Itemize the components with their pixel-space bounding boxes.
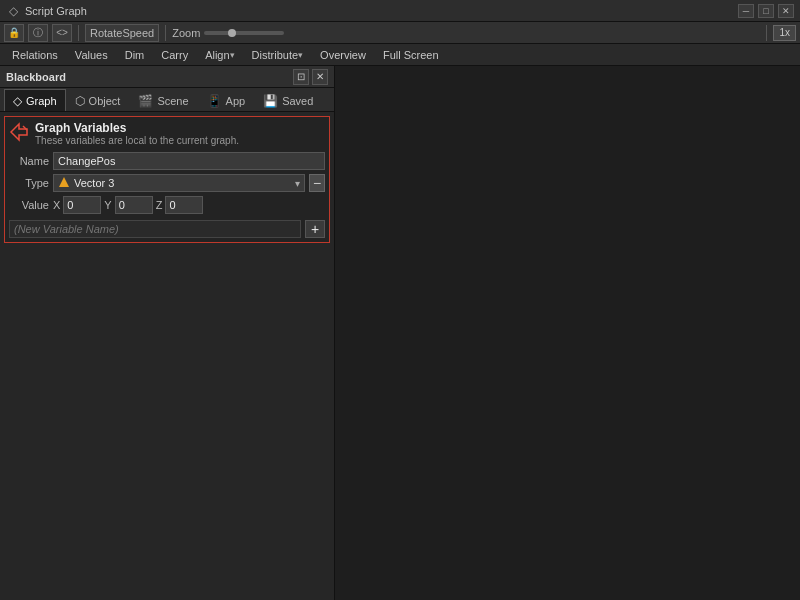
variables-icon: [9, 122, 29, 146]
object-tab-label: Object: [89, 95, 121, 107]
tab-object[interactable]: ⬡ Object: [66, 89, 130, 111]
blackboard-controls: ⊡ ✕: [293, 69, 328, 85]
x-label: X: [53, 199, 60, 211]
window-controls: ─ □ ✕: [738, 4, 794, 18]
blackboard-dock-button[interactable]: ⊡: [293, 69, 309, 85]
blackboard-close-button[interactable]: ✕: [312, 69, 328, 85]
nav-item-overview[interactable]: Overview: [312, 44, 374, 66]
vars-title: Graph Variables: [35, 121, 239, 135]
z-label: Z: [156, 199, 163, 211]
toolbar-separator-2: [165, 25, 166, 41]
name-label: Name: [9, 155, 49, 167]
app-tab-icon: 📱: [207, 94, 222, 108]
maximize-button[interactable]: □: [758, 4, 774, 18]
xyz-group: X Y Z: [53, 196, 325, 214]
nav-bar: Relations Values Dim Carry Align Distrib…: [0, 44, 800, 66]
toolbar: 🔒 ⓘ <> RotateSpeed Zoom 1x: [0, 22, 800, 44]
zoom-slider-container: [204, 31, 760, 35]
main-layout: Blackboard ⊡ ✕ ◇ Graph ⬡ Object 🎬 Scene …: [0, 66, 800, 600]
toolbar-separator-1: [78, 25, 79, 41]
graph-tab-label: Graph: [26, 95, 57, 107]
new-variable-row: +: [9, 220, 325, 238]
nav-item-relations[interactable]: Relations: [4, 44, 66, 66]
toolbar-separator-3: [766, 25, 767, 41]
type-value: Vector 3: [74, 177, 114, 189]
nav-item-fullscreen[interactable]: Full Screen: [375, 44, 447, 66]
scene-tab-label: Scene: [157, 95, 188, 107]
vector3-icon: [58, 176, 70, 188]
nav-item-align[interactable]: Align: [197, 44, 242, 66]
variables-header: Graph Variables These variables are loca…: [9, 121, 325, 146]
y-label: Y: [104, 199, 111, 211]
close-button[interactable]: ✕: [778, 4, 794, 18]
script-graph-icon: ◇: [6, 4, 20, 18]
svg-marker-0: [11, 124, 27, 140]
blackboard-title: Blackboard: [6, 71, 66, 83]
code-button[interactable]: <>: [52, 24, 72, 42]
svg-marker-2: [59, 177, 69, 187]
blackboard-header: Blackboard ⊡ ✕: [0, 66, 334, 88]
name-input[interactable]: [53, 152, 325, 170]
name-row: Name: [9, 152, 325, 170]
value-row: Value X Y Z: [9, 196, 325, 214]
zoom-slider-thumb: [228, 29, 236, 37]
app-tab-label: App: [226, 95, 246, 107]
new-variable-input[interactable]: [9, 220, 301, 238]
x-input[interactable]: [63, 196, 101, 214]
minimize-button[interactable]: ─: [738, 4, 754, 18]
tab-saved[interactable]: 💾 Saved: [254, 89, 322, 111]
left-panel: Blackboard ⊡ ✕ ◇ Graph ⬡ Object 🎬 Scene …: [0, 66, 335, 600]
tab-scene[interactable]: 🎬 Scene: [129, 89, 197, 111]
tab-graph[interactable]: ◇ Graph: [4, 89, 66, 111]
z-input[interactable]: [165, 196, 203, 214]
type-label: Type: [9, 177, 49, 189]
nav-item-carry[interactable]: Carry: [153, 44, 196, 66]
nav-item-dim[interactable]: Dim: [117, 44, 153, 66]
zoom-level-badge: 1x: [773, 25, 796, 41]
lock-button[interactable]: 🔒: [4, 24, 24, 42]
zoom-slider[interactable]: [204, 31, 284, 35]
variables-panel: Graph Variables These variables are loca…: [4, 116, 330, 243]
saved-tab-label: Saved: [282, 95, 313, 107]
y-input[interactable]: [115, 196, 153, 214]
type-dropdown[interactable]: Vector 3: [53, 174, 305, 192]
sub-tabs: ◇ Graph ⬡ Object 🎬 Scene 📱 App 💾 Saved: [0, 88, 334, 112]
type-row: Type Vector 3 −: [9, 174, 325, 192]
window-title: Script Graph: [25, 5, 87, 17]
saved-tab-icon: 💾: [263, 94, 278, 108]
vars-title-block: Graph Variables These variables are loca…: [35, 121, 239, 146]
type-minus-button[interactable]: −: [309, 174, 325, 192]
graph-variables-icon: [9, 122, 29, 142]
nav-item-distribute[interactable]: Distribute: [244, 44, 311, 66]
graph-tab-icon: ◇: [13, 94, 22, 108]
scene-tab-icon: 🎬: [138, 94, 153, 108]
nav-item-values[interactable]: Values: [67, 44, 116, 66]
graph-canvas[interactable]: [335, 66, 800, 600]
vars-subtitle: These variables are local to the current…: [35, 135, 239, 146]
object-tab-icon: ⬡: [75, 94, 85, 108]
value-label: Value: [9, 199, 49, 211]
zoom-label: Zoom: [172, 27, 200, 39]
title-bar: ◇ Script Graph ─ □ ✕: [0, 0, 800, 22]
tab-app[interactable]: 📱 App: [198, 89, 255, 111]
rotatespeed-button[interactable]: RotateSpeed: [85, 24, 159, 42]
info-button[interactable]: ⓘ: [28, 24, 48, 42]
add-variable-button[interactable]: +: [305, 220, 325, 238]
